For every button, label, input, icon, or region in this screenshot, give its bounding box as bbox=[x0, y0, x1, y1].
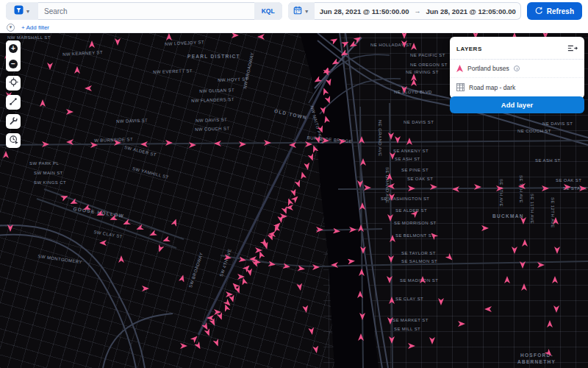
area-label: PEARL DISTRICT bbox=[187, 54, 240, 59]
refresh-button[interactable]: Refresh bbox=[527, 2, 582, 20]
street-label: SE PINE ST bbox=[401, 168, 429, 172]
search-bar[interactable]: ▼ KQL bbox=[6, 2, 282, 20]
layer-name: Road map - dark bbox=[469, 84, 515, 91]
wrench-icon bbox=[9, 116, 18, 127]
street-label: NE DAVIS ST bbox=[404, 120, 434, 124]
street-label: SE ASH ST bbox=[395, 157, 420, 161]
date-end[interactable]: Jun 28, 2021 @ 12:05:00.00 bbox=[420, 7, 520, 15]
layer-status-icon bbox=[514, 66, 520, 71]
minus-icon: − bbox=[9, 60, 18, 68]
layers-panel: LAYERS Portland buses Road map - dark bbox=[450, 37, 584, 99]
bus-arrow-icon bbox=[456, 65, 463, 72]
street-label: NW MARSHALL ST bbox=[7, 35, 51, 40]
plus-icon: + bbox=[9, 44, 18, 53]
date-picker[interactable]: ▼ Jun 28, 2021 @ 11:50:00.00 → Jun 28, 2… bbox=[288, 2, 521, 20]
add-layer-button[interactable]: Add layer bbox=[450, 96, 584, 113]
clock-play-icon bbox=[9, 135, 18, 146]
filter-bar: ▼ + Add filter bbox=[0, 22, 588, 33]
collapse-legend-icon[interactable] bbox=[567, 42, 578, 55]
layer-row-portland-buses[interactable]: Portland buses bbox=[450, 60, 584, 78]
street-label: SE SALMON ST bbox=[401, 259, 437, 263]
layer-name: Portland buses bbox=[467, 65, 509, 72]
date-range-arrow-icon: → bbox=[414, 7, 420, 15]
top-bar: ▼ KQL ▼ Jun 28, 2021 @ 11:50:00.00 → Jun… bbox=[0, 0, 588, 22]
street-label: NE OREGON ST bbox=[410, 63, 448, 67]
map-canvas[interactable]: NW MARSHALL STNW KEARNEY STNW LOVEJOY ST… bbox=[0, 33, 588, 368]
street-label: SE 7TH AVE bbox=[519, 175, 523, 203]
set-view-button[interactable] bbox=[6, 76, 21, 91]
street-label: SE ALDER ST bbox=[395, 208, 427, 213]
street-label: SE GRAND AVE bbox=[385, 167, 390, 203]
measure-tool-button[interactable] bbox=[6, 95, 21, 110]
saved-query-icon bbox=[14, 4, 24, 18]
street-label: SE MADISON ST bbox=[400, 278, 438, 283]
chevron-down-icon: ▼ bbox=[26, 9, 31, 14]
street-label: SW PARK PL bbox=[29, 161, 59, 166]
refresh-icon bbox=[535, 7, 543, 16]
street-label: NE GRAND AVE bbox=[378, 120, 382, 156]
street-label: SE ASH ST bbox=[535, 158, 561, 163]
street-label: SE OAK ST bbox=[556, 178, 581, 183]
street-label: SE CLAY ST bbox=[395, 297, 423, 301]
street-label: SE 6TH AVE bbox=[499, 179, 503, 207]
street-label: SE MARKET ST bbox=[392, 318, 429, 322]
chevron-down-icon: ▼ bbox=[304, 9, 309, 14]
map-toolbar: + − bbox=[6, 40, 21, 148]
calendar-icon bbox=[293, 4, 302, 18]
street-label: SE BELMONT ST bbox=[395, 233, 434, 238]
calendar-menu-button[interactable]: ▼ bbox=[288, 2, 315, 20]
street-label: NE LLOYD BLVD bbox=[394, 90, 432, 94]
street-label: SE MILL ST bbox=[394, 327, 420, 331]
filter-menu-icon[interactable]: ▼ bbox=[7, 24, 15, 32]
street-label: SW KINGS CT bbox=[34, 180, 66, 185]
street-label: SE TAYLOR ST bbox=[401, 251, 436, 255]
date-start[interactable]: Jun 28, 2021 @ 11:50:00.00 bbox=[315, 7, 415, 15]
street-label: SE 11TH AVE bbox=[530, 194, 534, 224]
saved-query-menu-button[interactable]: ▼ bbox=[6, 2, 38, 20]
add-filter-button[interactable]: + Add filter bbox=[21, 24, 49, 31]
search-input[interactable] bbox=[38, 7, 254, 15]
street-label: NE PACIFIC ST bbox=[410, 53, 445, 57]
street-label: NE IRVING ST bbox=[406, 70, 439, 74]
street-label: NE COUCH ST bbox=[517, 129, 551, 133]
target-icon bbox=[9, 77, 18, 89]
zoom-out-button[interactable]: − bbox=[6, 56, 21, 71]
street-label: SW MAIN ST bbox=[34, 171, 63, 175]
street-label: SE OAK ST bbox=[407, 177, 433, 181]
street-label: NE DAVIS ST bbox=[542, 121, 573, 126]
timeslider-button[interactable] bbox=[6, 133, 21, 148]
layers-panel-title: LAYERS bbox=[456, 46, 482, 52]
street-label: SE MORRISON ST bbox=[394, 221, 437, 225]
area-label: BUCKMAN bbox=[492, 213, 524, 219]
refresh-label: Refresh bbox=[547, 7, 574, 15]
grid-icon bbox=[456, 83, 465, 91]
area-label: ABERNETHY bbox=[517, 359, 556, 364]
kql-badge[interactable]: KQL bbox=[254, 2, 282, 20]
draw-tools-button[interactable] bbox=[6, 114, 21, 129]
ruler-icon bbox=[9, 97, 18, 108]
layer-row-road-map-dark[interactable]: Road map - dark bbox=[450, 78, 584, 96]
zoom-in-button[interactable]: + bbox=[6, 40, 21, 56]
street-label: SE ANKENY ST bbox=[393, 149, 429, 153]
